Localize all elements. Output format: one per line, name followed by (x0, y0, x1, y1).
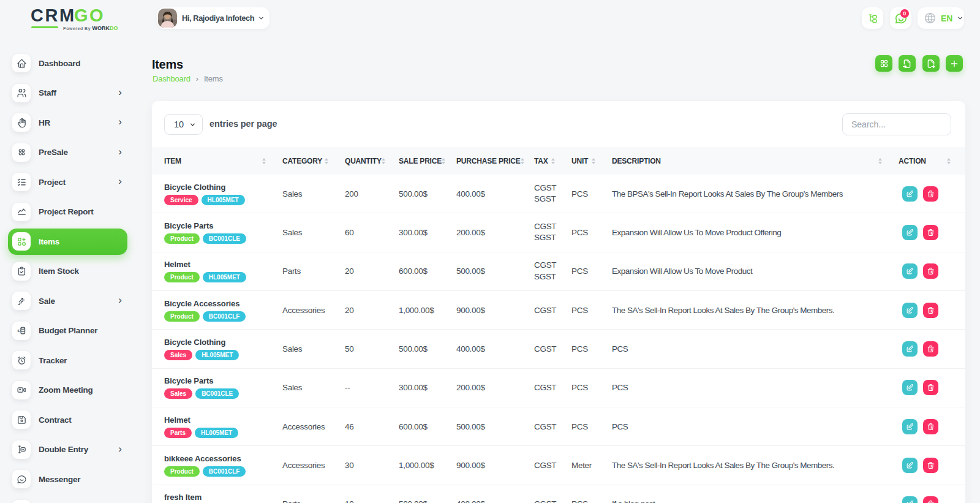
svg-text:$: $ (17, 329, 20, 333)
